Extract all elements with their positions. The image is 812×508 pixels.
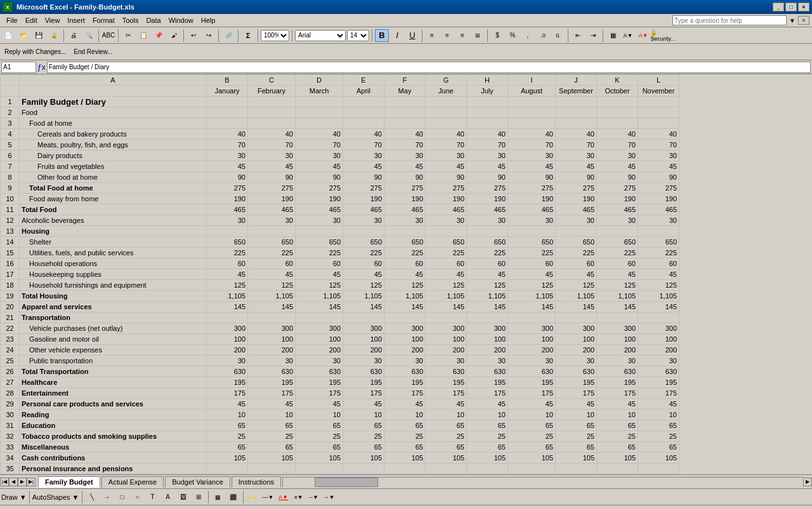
cell-26-B[interactable]: 630	[207, 366, 248, 377]
cell-32-F[interactable]: 25	[384, 431, 426, 442]
cell-8-I[interactable]: 90	[508, 172, 556, 183]
cell-10-J[interactable]: 190	[556, 194, 597, 204]
row-header-33[interactable]: 33	[1, 442, 20, 453]
cell-9-G[interactable]: 275	[426, 183, 467, 194]
autoshapes-label[interactable]: AutoShapes ▼	[32, 493, 79, 501]
row-header-10[interactable]: 10	[1, 194, 20, 204]
cell-15-F[interactable]: 225	[384, 248, 426, 258]
cell-2-D[interactable]	[296, 107, 343, 118]
cell-9-E[interactable]: 275	[343, 183, 384, 194]
cell-30-J[interactable]: 10	[556, 410, 597, 420]
cell-21-E[interactable]	[343, 312, 384, 323]
cell-5-C[interactable]: 70	[248, 140, 296, 150]
cell-13-K[interactable]	[597, 226, 638, 237]
cell-11-E[interactable]: 465	[343, 204, 384, 215]
cell-2-A[interactable]: Food	[20, 107, 207, 118]
cell-5-G[interactable]: 70	[426, 140, 467, 150]
cell-7-A[interactable]: Fruits and vegetables	[20, 161, 207, 172]
cell-20-D[interactable]: 145	[296, 302, 343, 312]
cell-28-H[interactable]: 175	[467, 388, 508, 399]
cell-13-D[interactable]	[296, 226, 343, 237]
cell-34-A[interactable]: Cash contributions	[20, 453, 207, 464]
row-header-34[interactable]: 34	[1, 453, 20, 464]
cell-13-H[interactable]	[467, 226, 508, 237]
security-button[interactable]: 🔒 Security...	[656, 29, 670, 42]
cell-17-C[interactable]: 45	[248, 269, 296, 280]
new-button[interactable]: 📄	[1, 29, 15, 42]
cell-11-H[interactable]: 465	[467, 204, 508, 215]
autosum-button[interactable]: Σ	[241, 29, 255, 42]
font-size-select[interactable]: 14	[347, 30, 369, 41]
fill-color[interactable]: A▼	[621, 29, 635, 42]
cell-3-G[interactable]	[426, 118, 467, 129]
cell-3-D[interactable]	[296, 118, 343, 129]
cell-23-F[interactable]: 100	[384, 334, 426, 345]
cell-12-D[interactable]: 30	[296, 215, 343, 226]
cell-35-B[interactable]	[207, 464, 248, 474]
cell-28-K[interactable]: 175	[597, 388, 638, 399]
cell-8-J[interactable]: 90	[556, 172, 597, 183]
cell-17-I[interactable]: 45	[508, 269, 556, 280]
cell-26-I[interactable]: 630	[508, 366, 556, 377]
row-header-28[interactable]: 28	[1, 388, 20, 399]
row-header-9[interactable]: 9	[1, 183, 20, 194]
row-header-21[interactable]: 21	[1, 312, 20, 323]
cell-12-B[interactable]: 30	[207, 215, 248, 226]
cell-3-H[interactable]	[467, 118, 508, 129]
cell-25-A[interactable]: Public transportation	[20, 356, 207, 366]
cell-2-J[interactable]	[556, 107, 597, 118]
cell-33-J[interactable]: 65	[556, 442, 597, 453]
cell-6-H[interactable]: 30	[467, 150, 508, 161]
cell-32-J[interactable]: 25	[556, 431, 597, 442]
cell-17-K[interactable]: 45	[597, 269, 638, 280]
oval-tool[interactable]: ○	[131, 491, 145, 504]
zoom-select[interactable]: 100%	[261, 30, 289, 41]
increase-decimal[interactable]: .0	[536, 29, 550, 42]
cell-14-J[interactable]: 650	[556, 237, 597, 248]
menu-edit[interactable]: Edit	[22, 16, 41, 25]
cell-18-K[interactable]: 125	[597, 280, 638, 291]
menu-help[interactable]: Help	[197, 16, 219, 25]
cell-25-J[interactable]: 30	[556, 356, 597, 366]
cell-14-A[interactable]: Shelter	[20, 237, 207, 248]
row-header-27[interactable]: 27	[1, 377, 20, 388]
cell-31-K[interactable]: 65	[597, 420, 638, 431]
row-header-24[interactable]: 24	[1, 345, 20, 356]
cell-18-G[interactable]: 125	[426, 280, 467, 291]
cell-29-F[interactable]: 45	[384, 399, 426, 410]
cell-27-C[interactable]: 195	[248, 377, 296, 388]
arrow-style[interactable]: →▼	[322, 491, 336, 504]
arrow-tool[interactable]: →	[100, 491, 114, 504]
cell-6-I[interactable]: 30	[508, 150, 556, 161]
cell-16-H[interactable]: 60	[467, 258, 508, 269]
grid-scroll-area[interactable]: A B C D E F G H I J K L January	[0, 74, 812, 474]
tab-family-budget[interactable]: Family Budget	[38, 476, 100, 488]
cell-25-E[interactable]: 30	[343, 356, 384, 366]
cell-35-A[interactable]: Personal insurance and pensions	[20, 464, 207, 474]
cell-26-D[interactable]: 630	[296, 366, 343, 377]
italic-button[interactable]: I	[390, 29, 404, 42]
rect-tool[interactable]: □	[115, 491, 129, 504]
cell-10-H[interactable]: 190	[467, 194, 508, 204]
cell-9-K[interactable]: 275	[597, 183, 638, 194]
cell-7-B[interactable]: 45	[207, 161, 248, 172]
cell-24-L[interactable]: 200	[638, 345, 679, 356]
cell-23-G[interactable]: 100	[426, 334, 467, 345]
cell-18-D[interactable]: 125	[296, 280, 343, 291]
cell-23-I[interactable]: 100	[508, 334, 556, 345]
cell-8-G[interactable]: 90	[426, 172, 467, 183]
cell-1-J[interactable]	[556, 97, 597, 107]
cell-35-I[interactable]	[508, 464, 556, 474]
reply-changes[interactable]: Reply with Changes...	[1, 46, 69, 58]
cell-16-L[interactable]: 60	[638, 258, 679, 269]
cell-7-K[interactable]: 45	[597, 161, 638, 172]
paste-button[interactable]: 📌	[152, 29, 166, 42]
cell-19-C[interactable]: 1,105	[248, 291, 296, 302]
cell-6-A[interactable]: Dairy products	[20, 150, 207, 161]
cell-26-F[interactable]: 630	[384, 366, 426, 377]
borders-button[interactable]: ▦	[606, 29, 620, 42]
cell-34-G[interactable]: 105	[426, 453, 467, 464]
cell-1-F[interactable]	[384, 97, 426, 107]
cell-21-G[interactable]	[426, 312, 467, 323]
cell-33-C[interactable]: 65	[248, 442, 296, 453]
